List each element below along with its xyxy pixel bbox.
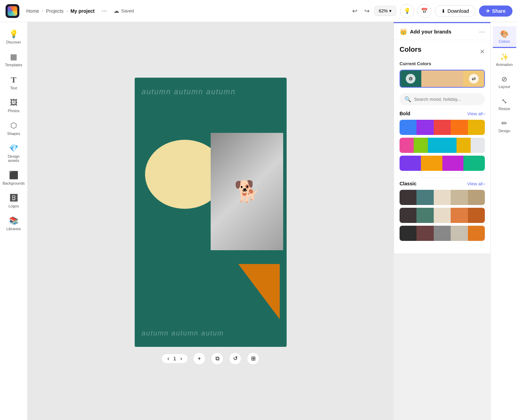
download-label: Download bbox=[448, 8, 469, 14]
search-icon: 🔍 bbox=[404, 96, 411, 102]
bold-color-1-4[interactable] bbox=[451, 120, 468, 135]
bold-color-3-3[interactable] bbox=[442, 156, 464, 171]
bold-color-1-5[interactable] bbox=[468, 120, 485, 135]
bold-view-all-button[interactable]: View all › bbox=[467, 111, 485, 116]
breadcrumb-projects[interactable]: Projects bbox=[46, 8, 64, 14]
classic-color-2-4[interactable] bbox=[451, 208, 468, 223]
sidebar-item-design-assets[interactable]: 💎 Design assets bbox=[2, 140, 26, 166]
canvas-copy-button[interactable]: ⧉ bbox=[211, 352, 223, 365]
crown-icon: 👑 bbox=[400, 28, 407, 36]
current-palette[interactable]: ⚙ ⇄ bbox=[400, 70, 485, 88]
bold-color-1-2[interactable] bbox=[416, 120, 433, 135]
sidebar-item-photos[interactable]: 🖼 Photos bbox=[2, 95, 26, 116]
share-button[interactable]: ✈ Share bbox=[479, 6, 512, 17]
classic-color-1-2[interactable] bbox=[416, 190, 433, 205]
bold-color-3-4[interactable] bbox=[463, 156, 485, 171]
breadcrumb-home[interactable]: Home bbox=[26, 8, 39, 14]
canvas-grid-button[interactable]: ⊞ bbox=[247, 352, 259, 365]
classic-color-3-2[interactable] bbox=[416, 226, 433, 241]
text-icon: T bbox=[11, 75, 16, 85]
canvas-rotate-button[interactable]: ↺ bbox=[229, 352, 241, 365]
bold-palette-section: Bold View all › bbox=[400, 111, 485, 171]
divider bbox=[400, 178, 485, 178]
right-panel-resize[interactable]: ⤡ Resize bbox=[493, 94, 516, 114]
bold-color-1-3[interactable] bbox=[434, 120, 451, 135]
classic-color-1-5[interactable] bbox=[468, 190, 485, 205]
bold-color-2-2[interactable] bbox=[414, 138, 428, 153]
classic-color-3-1[interactable] bbox=[400, 226, 416, 241]
more-options-button[interactable]: ··· bbox=[99, 6, 109, 16]
app-logo[interactable] bbox=[6, 4, 19, 18]
bold-color-2-5[interactable] bbox=[471, 138, 485, 153]
design-icon: ✏ bbox=[501, 119, 507, 127]
calendar-button[interactable]: 📅 bbox=[418, 4, 431, 18]
bold-color-3-2[interactable] bbox=[421, 156, 442, 171]
shapes-icon: ⬡ bbox=[10, 121, 17, 130]
classic-color-3-3[interactable] bbox=[434, 226, 451, 241]
current-palette-color-2[interactable] bbox=[421, 70, 463, 87]
backgrounds-icon: ⬛ bbox=[9, 171, 18, 180]
bold-palette-row-1[interactable] bbox=[400, 120, 485, 135]
colors-title: Colors bbox=[400, 46, 421, 53]
right-panel-design[interactable]: ✏ Design bbox=[493, 116, 516, 136]
classic-palette-row-3[interactable] bbox=[400, 226, 485, 241]
sidebar-item-backgrounds[interactable]: ⬛ Backgrounds bbox=[2, 167, 26, 189]
canvas-area[interactable]: autumn autumn autumn 🐕 autumn autumn aut… bbox=[28, 22, 394, 420]
classic-palette-row-2[interactable] bbox=[400, 208, 485, 223]
canvas-toolbar: ‹ 1 › + ⧉ ↺ ⊞ bbox=[162, 352, 259, 365]
panel-brand: 👑 Add your brands bbox=[400, 28, 451, 36]
right-panel-layout[interactable]: ⊘ Layout bbox=[493, 71, 516, 92]
classic-color-3-4[interactable] bbox=[451, 226, 468, 241]
classic-color-3-5[interactable] bbox=[468, 226, 485, 241]
classic-color-1-1[interactable] bbox=[400, 190, 416, 205]
colors-panel-wrapper: 👑 Add your brands ··· Colors ✕ Current C… bbox=[394, 22, 490, 420]
design-assets-icon: 💎 bbox=[9, 144, 18, 153]
next-page-button[interactable]: › bbox=[180, 355, 182, 362]
sidebar-item-discover[interactable]: 💡 Discover bbox=[2, 26, 26, 48]
layout-label: Layout bbox=[499, 85, 510, 89]
classic-color-2-1[interactable] bbox=[400, 208, 416, 223]
bold-color-3-1[interactable] bbox=[400, 156, 421, 171]
canvas-content[interactable]: autumn autumn autumn 🐕 autumn autumn aut… bbox=[135, 78, 287, 347]
current-palette-color-3[interactable]: ⇄ bbox=[463, 70, 484, 87]
classic-palette-row-1[interactable] bbox=[400, 190, 485, 205]
right-panel-colors[interactable]: 🎨 Colors bbox=[493, 26, 516, 48]
undo-button[interactable]: ↩ bbox=[350, 5, 359, 17]
panel-more-button[interactable]: ··· bbox=[479, 28, 485, 36]
right-panel-animation[interactable]: ✨ Animation bbox=[493, 49, 516, 70]
sidebar-item-templates[interactable]: ▦ Templates bbox=[2, 49, 26, 70]
bold-palette-row-3[interactable] bbox=[400, 156, 485, 171]
search-input[interactable] bbox=[414, 97, 480, 102]
classic-color-2-5[interactable] bbox=[468, 208, 485, 223]
idea-button[interactable]: 💡 bbox=[400, 4, 414, 18]
bold-chevron-icon: › bbox=[483, 111, 485, 116]
zoom-control[interactable]: 62% ▾ bbox=[374, 6, 396, 16]
discover-icon: 💡 bbox=[9, 30, 18, 39]
download-icon: ⬇ bbox=[441, 8, 445, 14]
classic-color-1-3[interactable] bbox=[434, 190, 451, 205]
sidebar-item-logos[interactable]: 🅱 Logos bbox=[2, 190, 26, 212]
classic-color-2-3[interactable] bbox=[434, 208, 451, 223]
animation-label: Animation bbox=[496, 62, 513, 67]
bold-color-2-3[interactable] bbox=[428, 138, 456, 153]
sidebar-item-shapes[interactable]: ⬡ Shapes bbox=[2, 118, 26, 139]
canvas-photo[interactable]: 🐕 bbox=[211, 133, 283, 250]
close-colors-button[interactable]: ✕ bbox=[480, 48, 485, 56]
bold-palette-row-2[interactable] bbox=[400, 138, 485, 153]
sidebar-item-libraries[interactable]: 📚 Libraries bbox=[2, 213, 26, 234]
bold-color-2-4[interactable] bbox=[457, 138, 471, 153]
prev-page-button[interactable]: ‹ bbox=[167, 355, 169, 362]
bold-color-2-1[interactable] bbox=[400, 138, 414, 153]
bold-color-1-1[interactable] bbox=[400, 120, 416, 135]
sidebar-item-text[interactable]: T Text bbox=[2, 72, 26, 94]
classic-color-1-4[interactable] bbox=[451, 190, 468, 205]
bold-section-header: Bold View all › bbox=[400, 111, 485, 116]
sidebar-label-discover: Discover bbox=[6, 40, 21, 44]
sidebar-label-design-assets: Design assets bbox=[3, 154, 24, 163]
zoom-in-button[interactable]: + bbox=[193, 352, 205, 365]
redo-button[interactable]: ↪ bbox=[362, 5, 372, 17]
classic-view-all-button[interactable]: View all › bbox=[467, 181, 485, 186]
current-palette-color-1[interactable]: ⚙ bbox=[400, 70, 421, 87]
classic-color-2-2[interactable] bbox=[416, 208, 433, 223]
download-button[interactable]: ⬇ Download bbox=[435, 5, 476, 17]
